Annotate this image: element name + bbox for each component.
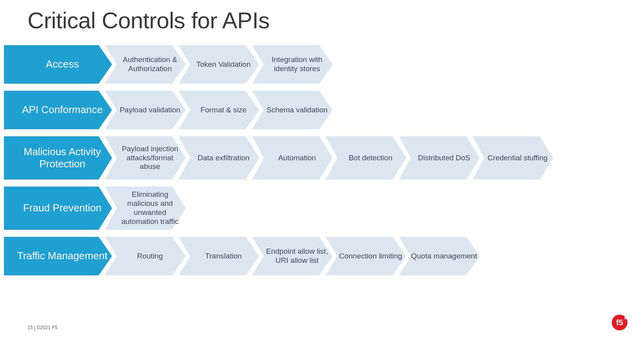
page-title: Critical Controls for APIs — [0, 0, 644, 33]
diagram-row: Traffic Management Routing Translation E… — [4, 237, 644, 275]
item-label: Token Validation — [185, 60, 252, 69]
item-chevron: Eliminating malicious and unwanted autom… — [105, 187, 186, 230]
item-chevron: Payload validation — [105, 91, 186, 129]
category-label: Fraud Prevention — [12, 202, 104, 214]
diagram-row: Malicious Activity Protection Payload in… — [4, 136, 644, 180]
category-chevron: Fraud Prevention — [4, 187, 112, 230]
item-label: Data exfiltration — [186, 154, 251, 163]
footer-text: 15 | ©2021 F5 — [28, 325, 57, 330]
category-label: Malicious Activity Protection — [4, 146, 112, 170]
diagram-row: Fraud Prevention Eliminating malicious a… — [4, 187, 644, 230]
item-chevron: Routing — [105, 237, 186, 275]
item-label: Authentication & Authorization — [105, 55, 186, 73]
item-label: Schema validation — [256, 106, 329, 115]
item-chevron: Integration with identity stores — [252, 45, 333, 84]
category-label: Traffic Management — [6, 250, 110, 262]
item-chevron: Data exfiltration — [178, 136, 259, 180]
svg-text:R: R — [625, 317, 626, 320]
category-label: Access — [35, 58, 81, 70]
item-label: Payload validation — [109, 106, 182, 115]
item-label: Format & size — [190, 106, 248, 115]
item-label: Bot detection — [338, 154, 394, 163]
item-chevron: Endpoint allow list, URI allow list — [252, 237, 333, 275]
item-label: Credential stuffing — [477, 154, 549, 163]
item-chevron: Connection limiting — [326, 237, 406, 275]
item-chevron: Credential stuffing — [473, 136, 553, 180]
item-chevron: Translation — [178, 237, 259, 275]
category-chevron: Traffic Management — [4, 237, 112, 275]
item-label: Translation — [194, 252, 243, 261]
category-label: API Conformance — [11, 104, 105, 116]
category-chevron: API Conformance — [4, 91, 112, 129]
item-label: Eliminating malicious and unwanted autom… — [105, 190, 186, 226]
category-chevron: Malicious Activity Protection — [4, 136, 112, 180]
item-chevron: Token Validation — [178, 45, 259, 84]
item-chevron: Bot detection — [326, 136, 406, 180]
item-label: Payload injection attacks/format abuse — [105, 145, 186, 171]
diagram-row: Access Authentication & Authorization To… — [4, 45, 644, 84]
item-label: Endpoint allow list, URI allow list — [252, 247, 333, 265]
item-label: Automation — [267, 154, 317, 163]
diagram-rows: Access Authentication & Authorization To… — [0, 33, 644, 275]
item-label: Connection limiting — [328, 252, 404, 261]
item-label: Distributed DoS — [407, 154, 472, 163]
item-chevron: Automation — [252, 136, 333, 180]
item-label: Quota management — [400, 252, 479, 261]
item-label: Routing — [126, 252, 165, 261]
item-chevron: Distributed DoS — [399, 136, 480, 180]
item-chevron: Payload injection attacks/format abuse — [105, 136, 186, 180]
item-chevron: Quota management — [399, 237, 480, 275]
svg-text:f5: f5 — [616, 318, 623, 327]
item-label: Integration with identity stores — [252, 55, 333, 73]
item-chevron: Schema validation — [252, 91, 333, 129]
item-chevron: Format & size — [178, 91, 259, 129]
item-chevron: Authentication & Authorization — [105, 45, 186, 84]
f5-logo-icon: f5 R — [611, 314, 628, 331]
category-chevron: Access — [4, 45, 112, 84]
diagram-row: API Conformance Payload validation Forma… — [4, 91, 644, 129]
